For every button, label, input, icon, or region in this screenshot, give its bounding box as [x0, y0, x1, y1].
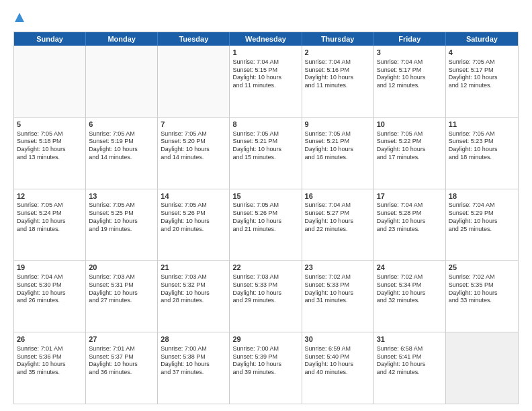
calendar-cell: 2Sunrise: 7:04 AMSunset: 5:16 PMDaylight…: [302, 46, 374, 117]
calendar-cell: 19Sunrise: 7:04 AMSunset: 5:30 PMDayligh…: [14, 261, 86, 332]
cell-info: Sunset: 5:26 PM: [232, 210, 298, 218]
cell-info: Sunset: 5:30 PM: [17, 281, 83, 289]
cell-info: Sunrise: 7:02 AM: [377, 273, 443, 281]
day-number: 11: [449, 120, 515, 130]
cell-info: Daylight: 10 hours: [161, 361, 226, 369]
cell-info: and 12 minutes.: [449, 82, 515, 90]
cell-info: Sunrise: 7:04 AM: [449, 201, 515, 210]
cell-info: Sunrise: 7:04 AM: [377, 201, 443, 210]
calendar-cell: 14Sunrise: 7:05 AMSunset: 5:26 PMDayligh…: [158, 189, 230, 261]
calendar-cell: 1Sunrise: 7:04 AMSunset: 5:15 PMDaylight…: [230, 46, 302, 117]
cell-info: Daylight: 10 hours: [449, 146, 515, 154]
cell-info: Sunrise: 7:02 AM: [305, 273, 371, 281]
cell-info: Daylight: 10 hours: [232, 74, 298, 82]
cell-info: Sunset: 5:34 PM: [377, 281, 443, 289]
cell-info: Sunrise: 7:05 AM: [305, 130, 371, 138]
cell-info: Sunrise: 7:00 AM: [232, 345, 298, 353]
day-number: 10: [377, 120, 443, 130]
cell-info: Sunset: 5:15 PM: [232, 66, 298, 75]
cell-info: Sunset: 5:26 PM: [161, 210, 226, 218]
cell-info: Daylight: 10 hours: [17, 289, 83, 298]
calendar-cell: 3Sunrise: 7:04 AMSunset: 5:17 PMDaylight…: [374, 46, 446, 117]
cell-info: and 32 minutes.: [377, 297, 443, 305]
day-number: 22: [232, 263, 298, 273]
cell-info: and 12 minutes.: [377, 82, 443, 90]
calendar-row-3: 19Sunrise: 7:04 AMSunset: 5:30 PMDayligh…: [14, 260, 518, 332]
cell-info: and 29 minutes.: [232, 297, 298, 305]
cell-info: Sunset: 5:37 PM: [89, 353, 154, 361]
day-number: 3: [377, 48, 443, 58]
cell-info: Daylight: 10 hours: [232, 218, 298, 226]
cell-info: Daylight: 10 hours: [449, 218, 515, 226]
cell-info: Daylight: 10 hours: [305, 74, 371, 82]
cell-info: Sunset: 5:16 PM: [305, 66, 371, 75]
day-number: 29: [232, 334, 298, 345]
cell-info: Daylight: 10 hours: [17, 361, 83, 369]
calendar-cell: 13Sunrise: 7:05 AMSunset: 5:25 PMDayligh…: [86, 189, 158, 261]
calendar-cell: 25Sunrise: 7:02 AMSunset: 5:35 PMDayligh…: [446, 261, 518, 332]
day-number: 13: [89, 191, 154, 201]
cell-info: Sunrise: 7:04 AM: [305, 201, 371, 210]
calendar-row-0: 1Sunrise: 7:04 AMSunset: 5:15 PMDaylight…: [14, 46, 518, 117]
cell-info: Daylight: 10 hours: [305, 146, 371, 154]
cell-info: Sunrise: 7:04 AM: [305, 58, 371, 66]
calendar-row-4: 26Sunrise: 7:01 AMSunset: 5:36 PMDayligh…: [14, 332, 518, 404]
day-number: 12: [17, 191, 83, 201]
day-number: 5: [17, 120, 83, 130]
cell-info: and 16 minutes.: [305, 154, 371, 162]
cell-info: Sunrise: 7:05 AM: [161, 130, 226, 138]
cell-info: and 28 minutes.: [161, 297, 226, 305]
cell-info: Sunrise: 7:04 AM: [232, 58, 298, 66]
cell-info: Sunset: 5:28 PM: [377, 210, 443, 218]
calendar: SundayMondayTuesdayWednesdayThursdayFrid…: [13, 32, 519, 404]
cell-info: Sunset: 5:24 PM: [17, 210, 83, 218]
cell-info: and 11 minutes.: [305, 82, 371, 90]
cell-info: Daylight: 10 hours: [89, 289, 154, 298]
cell-info: Daylight: 10 hours: [305, 361, 371, 369]
cell-info: and 37 minutes.: [161, 369, 226, 377]
cell-info: and 33 minutes.: [449, 297, 515, 305]
calendar-cell: [446, 332, 518, 404]
calendar-row-2: 12Sunrise: 7:05 AMSunset: 5:24 PMDayligh…: [14, 189, 518, 261]
cell-info: Sunrise: 7:05 AM: [232, 130, 298, 138]
cell-info: Daylight: 10 hours: [161, 218, 226, 226]
calendar-header: SundayMondayTuesdayWednesdayThursdayFrid…: [14, 32, 518, 46]
cell-info: Sunset: 5:17 PM: [377, 66, 443, 75]
header: [13, 12, 519, 26]
logo: [13, 12, 26, 26]
cell-info: Sunrise: 7:05 AM: [17, 130, 83, 138]
cell-info: Daylight: 10 hours: [305, 218, 371, 226]
calendar-cell: 18Sunrise: 7:04 AMSunset: 5:29 PMDayligh…: [446, 189, 518, 261]
cell-info: Sunset: 5:40 PM: [305, 353, 371, 361]
day-number: 26: [17, 334, 83, 345]
cell-info: and 39 minutes.: [232, 369, 298, 377]
cell-info: Sunrise: 7:01 AM: [17, 345, 83, 353]
cell-info: and 35 minutes.: [17, 369, 83, 377]
svg-marker-0: [15, 13, 24, 22]
day-number: 9: [305, 120, 371, 130]
cell-info: Sunset: 5:33 PM: [305, 281, 371, 289]
cell-info: Sunset: 5:38 PM: [161, 353, 226, 361]
calendar-row-1: 5Sunrise: 7:05 AMSunset: 5:18 PMDaylight…: [14, 117, 518, 189]
day-number: 2: [305, 48, 371, 58]
day-number: 18: [449, 191, 515, 201]
cell-info: Daylight: 10 hours: [89, 146, 154, 154]
cell-info: Daylight: 10 hours: [89, 218, 154, 226]
calendar-cell: 15Sunrise: 7:05 AMSunset: 5:26 PMDayligh…: [230, 189, 302, 261]
calendar-cell: [86, 46, 158, 117]
calendar-cell: 29Sunrise: 7:00 AMSunset: 5:39 PMDayligh…: [230, 332, 302, 404]
calendar-cell: 28Sunrise: 7:00 AMSunset: 5:38 PMDayligh…: [158, 332, 230, 404]
day-number: 6: [89, 120, 154, 130]
page: SundayMondayTuesdayWednesdayThursdayFrid…: [0, 0, 532, 411]
header-day-saturday: Saturday: [446, 32, 518, 46]
calendar-cell: 22Sunrise: 7:03 AMSunset: 5:33 PMDayligh…: [230, 261, 302, 332]
calendar-cell: 20Sunrise: 7:03 AMSunset: 5:31 PMDayligh…: [86, 261, 158, 332]
cell-info: Sunset: 5:35 PM: [449, 281, 515, 289]
calendar-cell: 12Sunrise: 7:05 AMSunset: 5:24 PMDayligh…: [14, 189, 86, 261]
cell-info: and 21 minutes.: [232, 226, 298, 234]
calendar-cell: 27Sunrise: 7:01 AMSunset: 5:37 PMDayligh…: [86, 332, 158, 404]
day-number: 7: [161, 120, 226, 130]
cell-info: Sunset: 5:32 PM: [161, 281, 226, 289]
day-number: 23: [305, 263, 371, 273]
day-number: 20: [89, 263, 154, 273]
